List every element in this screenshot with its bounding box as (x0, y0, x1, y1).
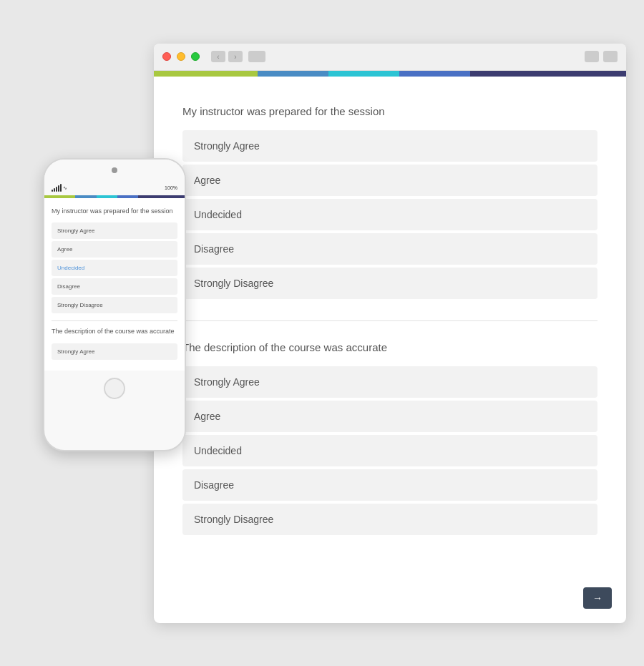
browser-nav: ‹ › (211, 51, 265, 62)
progress-segment-4 (399, 71, 470, 77)
phone-progress-1 (44, 195, 75, 198)
progress-segment-2 (258, 71, 328, 77)
browser-titlebar: ‹ › (154, 44, 626, 71)
phone-status-bar: ∿ 100% (44, 181, 185, 195)
phone-speaker (112, 167, 117, 173)
q1-option-disagree[interactable]: Disagree (182, 233, 597, 265)
wifi-icon: ∿ (63, 185, 67, 191)
next-button[interactable]: → (583, 587, 612, 609)
browser-window: ‹ › My instructor was prepared for the s… (154, 44, 626, 623)
phone-q1-undecided[interactable]: Undecided (52, 260, 177, 276)
signal-area: ∿ (52, 184, 67, 192)
signal-bar-1 (52, 190, 53, 192)
section-divider (182, 320, 597, 321)
q2-option-strongly-agree[interactable]: Strongly Agree (182, 366, 597, 398)
phone-home-button[interactable] (104, 378, 125, 399)
phone-progress-5 (138, 195, 185, 198)
q1-option-strongly-agree[interactable]: Strongly Agree (182, 130, 597, 162)
phone-bottom (44, 371, 185, 406)
phone-q1-strongly-disagree[interactable]: Strongly Disagree (52, 297, 177, 313)
browser-content: My instructor was prepared for the sessi… (154, 77, 626, 599)
q1-option-strongly-disagree[interactable]: Strongly Disagree (182, 268, 597, 299)
progress-segment-1 (154, 71, 258, 77)
close-button[interactable] (162, 52, 171, 61)
phone-progress-3 (97, 195, 117, 198)
phone-progress-2 (75, 195, 96, 198)
phone-question1-title: My instructor was prepared for the sessi… (52, 207, 177, 216)
back-button[interactable]: ‹ (211, 51, 225, 62)
question2-title: The description of the course was accura… (182, 341, 597, 353)
signal-bars (52, 184, 62, 192)
phone-question2-title: The description of the course was accura… (52, 327, 177, 336)
scene: ‹ › My instructor was prepared for the s… (21, 22, 623, 645)
fullscreen-button[interactable] (603, 51, 618, 62)
phone-q1-disagree[interactable]: Disagree (52, 278, 177, 295)
question1-title: My instructor was prepared for the sessi… (182, 105, 597, 117)
progress-segment-5 (470, 71, 626, 77)
grid-button[interactable] (248, 51, 265, 62)
phone-screen: My instructor was prepared for the sessi… (44, 198, 185, 371)
q1-option-undecided[interactable]: Undecided (182, 199, 597, 230)
q2-option-disagree[interactable]: Disagree (182, 469, 597, 501)
phone-q1-strongly-agree[interactable]: Strongly Agree (52, 222, 177, 239)
signal-bar-2 (54, 188, 55, 192)
signal-bar-4 (58, 185, 59, 192)
phone-q2-strongly-agree[interactable]: Strongly Agree (52, 343, 177, 360)
progress-strip (154, 71, 626, 77)
share-button[interactable] (585, 51, 599, 62)
q2-option-strongly-disagree[interactable]: Strongly Disagree (182, 504, 597, 535)
phone-section-divider (52, 320, 177, 321)
browser-controls-right (585, 51, 618, 62)
maximize-button[interactable] (191, 52, 200, 61)
signal-bar-5 (60, 184, 62, 192)
question1-options: Strongly Agree Agree Undecided Disagree … (182, 130, 597, 299)
progress-segment-3 (328, 71, 399, 77)
battery-text: 100% (165, 185, 177, 190)
q1-option-agree[interactable]: Agree (182, 165, 597, 196)
forward-button[interactable]: › (228, 51, 243, 62)
q2-option-agree[interactable]: Agree (182, 401, 597, 432)
signal-bar-3 (56, 187, 57, 192)
minimize-button[interactable] (177, 52, 185, 61)
phone-progress-4 (117, 195, 138, 198)
question2-options: Strongly Agree Agree Undecided Disagree … (182, 366, 597, 535)
phone-progress-strip (44, 195, 185, 198)
phone: ∿ 100% My instructor was prepared for th… (43, 158, 186, 451)
q2-option-undecided[interactable]: Undecided (182, 435, 597, 466)
phone-top-bar (44, 160, 185, 181)
phone-q1-agree[interactable]: Agree (52, 241, 177, 258)
